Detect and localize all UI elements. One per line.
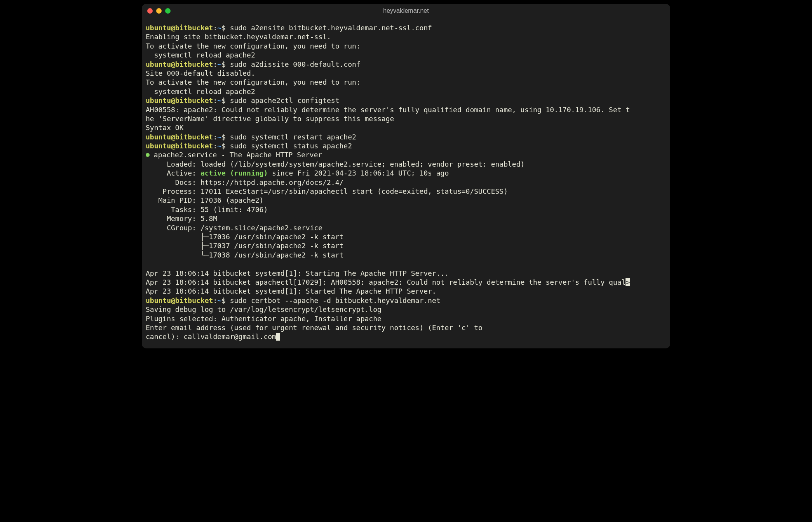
status-dot-icon bbox=[146, 153, 150, 157]
cmd-configtest: sudo apache2ctl configtest bbox=[230, 96, 340, 104]
prompt-user: ubuntu@bitbucket bbox=[146, 60, 213, 68]
prompt-sep: : bbox=[213, 96, 217, 104]
prompt-sigil: $ bbox=[221, 24, 230, 32]
window-title: heyvaldemar.net bbox=[142, 7, 670, 14]
close-icon[interactable] bbox=[147, 8, 153, 14]
output-line: Apr 23 18:06:14 bitbucket apachectl[1702… bbox=[146, 278, 626, 286]
prompt-path: ~ bbox=[217, 133, 221, 141]
prompt-sep: : bbox=[213, 142, 217, 150]
output-line: systemctl reload apache2 bbox=[146, 87, 255, 96]
prompt-path: ~ bbox=[217, 296, 221, 304]
cmd-certbot: sudo certbot --apache -d bitbucket.heyva… bbox=[230, 296, 441, 304]
output-line: Plugins selected: Authenticator apache, … bbox=[146, 315, 382, 323]
output-line: systemctl reload apache2 bbox=[146, 51, 255, 59]
prompt-sigil: $ bbox=[221, 96, 230, 104]
output-line: ├─17036 /usr/sbin/apache2 -k start bbox=[146, 233, 343, 241]
cmd-a2ensite: sudo a2ensite bitbucket.heyvaldemar.net-… bbox=[230, 24, 432, 32]
cmd-status-apache: sudo systemctl status apache2 bbox=[230, 142, 352, 150]
cmd-restart-apache: sudo systemctl restart apache2 bbox=[230, 133, 356, 141]
output-line: ├─17037 /usr/sbin/apache2 -k start bbox=[146, 242, 343, 250]
output-line: Site 000-default disabled. bbox=[146, 69, 255, 77]
output-line: cancel): callvaldemar@gmail.com bbox=[146, 332, 276, 341]
prompt-sigil: $ bbox=[221, 133, 230, 141]
output-line: Tasks: 55 (limit: 4706) bbox=[146, 205, 268, 214]
prompt-user: ubuntu@bitbucket bbox=[146, 142, 213, 150]
output-line: Saving debug log to /var/log/letsencrypt… bbox=[146, 305, 382, 313]
prompt-path: ~ bbox=[217, 96, 221, 104]
prompt-user: ubuntu@bitbucket bbox=[146, 296, 213, 304]
output-line: └─17038 /usr/sbin/apache2 -k start bbox=[146, 251, 343, 259]
minimize-icon[interactable] bbox=[156, 8, 162, 14]
output-line: Process: 17011 ExecStart=/usr/sbin/apach… bbox=[146, 187, 508, 195]
output-line: CGroup: /system.slice/apache2.service bbox=[146, 224, 322, 232]
output-line: Memory: 5.8M bbox=[146, 214, 217, 223]
output-line: Enter email address (used for urgent ren… bbox=[146, 324, 483, 332]
output-line: Apr 23 18:06:14 bitbucket systemd[1]: St… bbox=[146, 287, 436, 295]
output-line: apache2.service - The Apache HTTP Server bbox=[150, 151, 322, 159]
fullscreen-icon[interactable] bbox=[165, 8, 171, 14]
prompt-sigil: $ bbox=[221, 60, 230, 68]
prompt-sep: : bbox=[213, 296, 217, 304]
output-line: Enabling site bitbucket.heyvaldemar.net-… bbox=[146, 33, 331, 41]
terminal-window: heyvaldemar.net ubuntu@bitbucket:~$ sudo… bbox=[142, 4, 670, 348]
output-line: Loaded: loaded (/lib/systemd/system/apac… bbox=[146, 160, 524, 168]
output-line: he 'ServerName' directive globally to su… bbox=[146, 115, 394, 123]
output-line: Docs: https://httpd.apache.org/docs/2.4/ bbox=[146, 178, 343, 186]
prompt-sep: : bbox=[213, 60, 217, 68]
cursor-icon bbox=[276, 333, 280, 341]
prompt-path: ~ bbox=[217, 24, 221, 32]
output-line: Main PID: 17036 (apache2) bbox=[146, 196, 263, 204]
output-line: To activate the new configuration, you n… bbox=[146, 78, 361, 86]
line-truncation-icon: > bbox=[626, 278, 630, 286]
output-line: To activate the new configuration, you n… bbox=[146, 42, 361, 50]
prompt-user: ubuntu@bitbucket bbox=[146, 133, 213, 141]
prompt-user: ubuntu@bitbucket bbox=[146, 96, 213, 104]
prompt-sigil: $ bbox=[221, 296, 230, 304]
output-line: since Fri 2021-04-23 18:06:14 UTC; 10s a… bbox=[268, 169, 449, 177]
terminal-body[interactable]: ubuntu@bitbucket:~$ sudo a2ensite bitbuc… bbox=[142, 18, 670, 348]
prompt-sigil: $ bbox=[221, 142, 230, 150]
output-line: Active: bbox=[146, 169, 200, 177]
window-controls bbox=[147, 8, 171, 14]
prompt-sep: : bbox=[213, 24, 217, 32]
cmd-a2dissite: sudo a2dissite 000-default.conf bbox=[230, 60, 361, 68]
titlebar: heyvaldemar.net bbox=[142, 4, 670, 18]
prompt-path: ~ bbox=[217, 142, 221, 150]
output-line: AH00558: apache2: Could not reliably det… bbox=[146, 106, 630, 114]
output-line: Syntax OK bbox=[146, 124, 184, 132]
prompt-user: ubuntu@bitbucket bbox=[146, 24, 213, 32]
prompt-path: ~ bbox=[217, 60, 221, 68]
status-active: active (running) bbox=[200, 169, 268, 177]
prompt-sep: : bbox=[213, 133, 217, 141]
output-line: Apr 23 18:06:14 bitbucket systemd[1]: St… bbox=[146, 269, 449, 277]
